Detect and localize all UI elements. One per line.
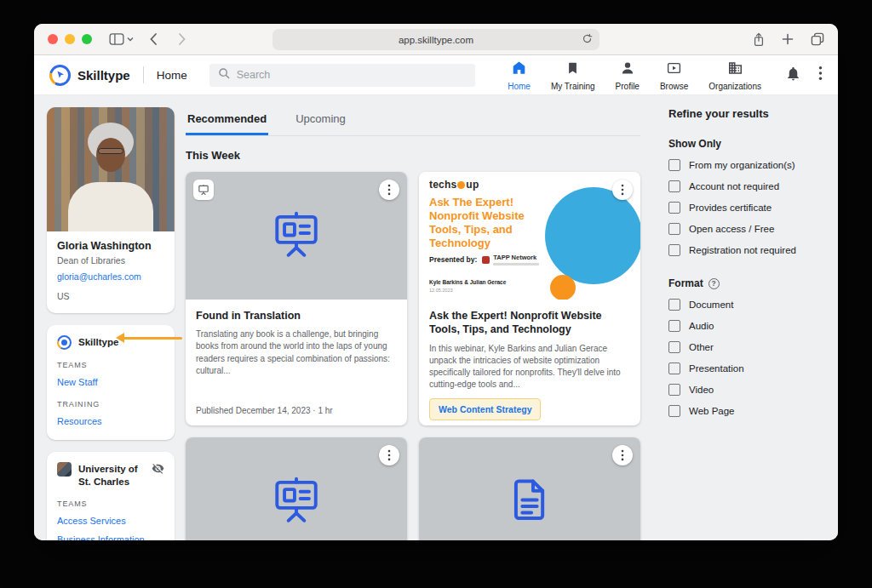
nav-item-home[interactable]: Home — [508, 60, 531, 91]
address-bar[interactable]: app.skilltype.com — [272, 29, 600, 50]
checkbox[interactable] — [668, 363, 680, 374]
checkbox[interactable] — [668, 180, 680, 192]
nav-item-browse[interactable]: Browse — [660, 60, 688, 91]
home-icon — [511, 60, 527, 79]
org-name[interactable]: Skilltype — [78, 335, 118, 349]
tapp-mark-icon — [482, 256, 490, 264]
tab-overview-icon[interactable] — [811, 32, 824, 46]
building-icon — [727, 60, 743, 79]
profile-card: Gloria Washington Dean of Libraries glor… — [47, 107, 175, 313]
card-title[interactable]: Ask the Expert! Nonprofit Website Tools,… — [429, 309, 630, 337]
header-section-label: Home — [157, 69, 187, 82]
org-section-heading: TEAMS — [57, 361, 164, 369]
filter-format-audio[interactable]: Audio — [668, 320, 838, 332]
org-link-new-staff[interactable]: New Staff — [57, 376, 164, 389]
webinar-speakers: Kyle Barkins & Julian Gerace — [429, 279, 506, 285]
new-tab-icon[interactable] — [782, 33, 794, 45]
decorative-orange-circle — [550, 275, 576, 300]
card-more-menu[interactable] — [612, 445, 633, 465]
content-card-ask-the-expert[interactable]: techsup Ask The Expert! Nonprofit Websit… — [419, 172, 640, 425]
help-icon[interactable]: ? — [708, 278, 720, 289]
skilltype-org-logo — [57, 335, 72, 350]
filter-format-document[interactable]: Document — [668, 299, 838, 311]
profile-title: Dean of Libraries — [57, 255, 164, 265]
format-heading: Format ? — [668, 277, 838, 289]
search-box[interactable] — [209, 64, 475, 87]
checkbox[interactable] — [668, 244, 680, 256]
checkbox[interactable] — [668, 159, 680, 171]
card-more-menu[interactable] — [612, 180, 633, 200]
share-icon[interactable] — [753, 32, 765, 47]
tab-upcoming[interactable]: Upcoming — [294, 107, 347, 135]
filter-format-video[interactable]: Video — [668, 384, 838, 396]
filter-registration-not-required[interactable]: Registration not required — [668, 244, 838, 256]
university-org-logo — [57, 462, 72, 477]
traffic-lights — [48, 34, 92, 44]
filter-format-web-page[interactable]: Web Page — [668, 405, 838, 417]
card-media-placeholder — [419, 437, 640, 540]
org-section-heading: TEAMS — [57, 500, 164, 508]
checkbox[interactable] — [668, 320, 680, 332]
minimize-window-button[interactable] — [65, 34, 75, 44]
filter-provides-certificate[interactable]: Provides certificate — [668, 202, 838, 214]
org-link-access-services[interactable]: Access Services — [57, 515, 164, 528]
video-browse-icon — [666, 60, 682, 79]
nav-item-profile[interactable]: Profile — [616, 60, 640, 91]
card-more-menu[interactable] — [379, 180, 399, 200]
tab-recommended[interactable]: Recommended — [186, 107, 268, 135]
content-card-document[interactable] — [419, 437, 640, 540]
checkbox[interactable] — [668, 223, 680, 235]
filter-format-presentation[interactable]: Presentation — [668, 363, 838, 374]
reload-icon[interactable] — [582, 33, 593, 46]
notifications-bell-icon[interactable] — [785, 66, 801, 85]
sidebar-toggle-icon[interactable] — [109, 33, 124, 45]
card-media-placeholder — [186, 437, 407, 540]
card-media-placeholder — [186, 172, 407, 300]
checkbox[interactable] — [668, 405, 680, 417]
webinar-title-art: Ask The Expert! Nonprofit Website Tools,… — [429, 196, 557, 250]
document-icon — [506, 476, 554, 527]
back-button[interactable] — [149, 32, 158, 46]
card-description: In this webinar, Kyle Barkins and Julian… — [429, 343, 630, 391]
forward-button[interactable] — [178, 32, 186, 46]
zoom-window-button[interactable] — [82, 34, 92, 44]
org-name[interactable]: University of St. Charles — [78, 462, 145, 488]
content-card-found-in-translation[interactable]: Found in Translation Translating any boo… — [186, 172, 407, 425]
header-divider — [143, 66, 144, 83]
show-only-heading: Show Only — [668, 138, 838, 150]
org-card-university: University of St. Charles TEAMS Access S… — [47, 452, 175, 540]
checkbox[interactable] — [668, 202, 680, 214]
search-input[interactable] — [237, 69, 467, 81]
checkbox[interactable] — [668, 384, 680, 396]
checkbox[interactable] — [668, 341, 680, 353]
tapp-network-logo: TAPP Network — [482, 254, 539, 265]
checkbox[interactable] — [668, 299, 680, 311]
tag-web-content-strategy[interactable]: Web Content Strategy — [429, 398, 541, 420]
close-window-button[interactable] — [48, 34, 58, 44]
visibility-off-icon[interactable] — [152, 462, 164, 478]
chevron-down-icon[interactable] — [127, 37, 134, 42]
content-card-presentation[interactable] — [186, 437, 407, 540]
profile-email-link[interactable]: gloria@ucharles.com — [57, 271, 164, 282]
presentation-icon — [270, 208, 323, 264]
nav-item-my-training[interactable]: My Training — [551, 60, 595, 91]
card-title[interactable]: Found in Translation — [196, 309, 397, 323]
browser-chrome: app.skilltype.com — [34, 24, 838, 55]
filter-open-access-free[interactable]: Open access / Free — [668, 223, 838, 235]
card-more-menu[interactable] — [379, 445, 399, 465]
card-footer: Published December 14, 2023 · 1 hr — [186, 397, 407, 425]
filter-format-other[interactable]: Other — [668, 341, 838, 353]
filter-from-my-organizations[interactable]: From my organization(s) — [668, 159, 838, 171]
feed-tabs: Recommended Upcoming — [186, 107, 640, 136]
filters-title: Refine your results — [668, 107, 838, 120]
org-link-resources[interactable]: Resources — [57, 415, 164, 428]
section-heading: This Week — [186, 149, 640, 162]
techsoup-logo-o — [457, 181, 465, 189]
org-link-business-information-center[interactable]: Business Information Center — [57, 534, 164, 540]
header-more-menu-icon[interactable] — [818, 66, 823, 84]
nav-item-organizations[interactable]: Organizations — [708, 60, 761, 91]
skilltype-logo[interactable] — [49, 65, 71, 86]
brand-name: Skilltype — [77, 68, 130, 83]
filter-account-not-required[interactable]: Account not required — [668, 180, 838, 192]
profile-photo — [47, 107, 175, 231]
